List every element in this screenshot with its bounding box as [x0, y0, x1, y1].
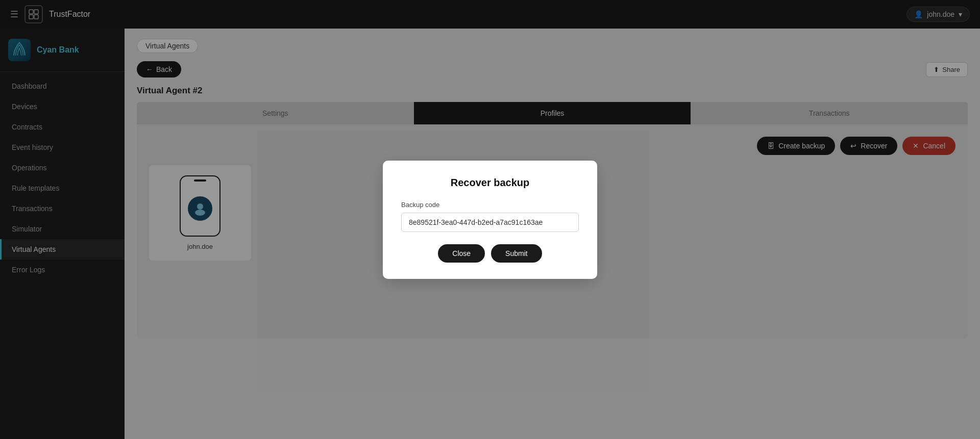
- backup-code-label: Backup code: [401, 201, 579, 209]
- submit-modal-button[interactable]: Submit: [491, 244, 542, 263]
- modal-actions: Close Submit: [401, 244, 579, 263]
- recover-backup-modal: Recover backup Backup code Close Submit: [383, 161, 597, 279]
- modal-overlay: Recover backup Backup code Close Submit: [0, 0, 980, 439]
- backup-code-input[interactable]: [401, 213, 579, 232]
- modal-title: Recover backup: [401, 177, 579, 189]
- close-modal-button[interactable]: Close: [438, 244, 485, 263]
